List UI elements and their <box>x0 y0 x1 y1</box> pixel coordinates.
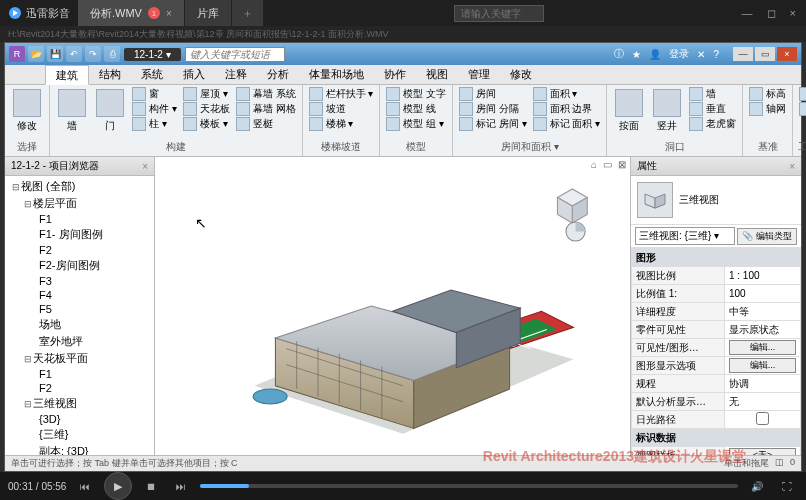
add-tab-button[interactable]: ＋ <box>232 0 264 26</box>
ribbon-item[interactable]: 天花板 <box>181 102 232 116</box>
tree-root[interactable]: 视图 (全部) <box>21 180 75 192</box>
ribbon-item[interactable]: 构件 ▾ <box>130 102 179 116</box>
wall-button[interactable]: 墙 <box>54 87 90 135</box>
fullscreen-icon[interactable]: ⛶ <box>776 475 798 497</box>
progress-bar[interactable] <box>200 484 738 488</box>
prop-value[interactable]: 中等 <box>729 306 749 317</box>
tree-node[interactable]: F4 <box>7 288 152 302</box>
tree-node[interactable]: {3D} <box>7 412 152 426</box>
tree-node[interactable]: F3 <box>7 274 152 288</box>
tree-node[interactable]: F2 <box>7 243 152 257</box>
stop-button[interactable]: ⏹ <box>140 475 162 497</box>
viewport-home-icon[interactable]: ⌂ <box>591 159 597 170</box>
volume-icon[interactable]: 🔊 <box>746 475 768 497</box>
prop-edit-button[interactable]: <无> <box>729 448 796 455</box>
close-icon[interactable]: × <box>166 8 172 19</box>
tree-node[interactable]: F1- 房间图例 <box>7 226 152 243</box>
play-pause-button[interactable]: ▶ <box>104 472 132 500</box>
minimize-icon[interactable]: — <box>742 7 753 20</box>
status-item[interactable]: 单击和拖尾 <box>724 457 769 470</box>
tree-toggle-icon[interactable]: ⊟ <box>23 199 33 209</box>
document-combo[interactable]: 12-1-2 ▾ <box>124 48 181 61</box>
exchange-icon[interactable]: ✕ <box>697 49 705 60</box>
player-tab[interactable]: 份析.WMV 1 × <box>78 0 185 26</box>
ribbon-tab[interactable]: 修改 <box>500 65 542 84</box>
ribbon-item[interactable]: 模型 线 <box>384 102 448 116</box>
open-icon[interactable]: 📂 <box>28 46 44 62</box>
tree-node[interactable]: 室外地坪 <box>7 333 152 350</box>
redo-icon[interactable]: ↷ <box>85 46 101 62</box>
restore-icon[interactable]: ▭ <box>755 47 775 61</box>
tree-node[interactable]: ⊟天花板平面 <box>7 350 152 367</box>
prop-checkbox[interactable] <box>729 412 796 425</box>
ribbon-item[interactable]: 标记 房间 ▾ <box>457 117 529 131</box>
tree-toggle-icon[interactable]: ⊟ <box>23 354 33 364</box>
help-icon[interactable]: ? <box>713 49 719 60</box>
viewport-3d[interactable]: ⌂ ▭ ⊠ <box>155 157 631 455</box>
ribbon-item[interactable]: 显示 <box>797 102 806 116</box>
ribbon-item[interactable]: 标高 <box>747 87 788 101</box>
player-search[interactable] <box>454 5 544 22</box>
player-tab[interactable]: 片库 <box>185 0 232 26</box>
ribbon-item[interactable]: 楼梯 ▾ <box>307 117 376 131</box>
byface-button[interactable]: 按面 <box>611 87 647 135</box>
ribbon-tab[interactable]: 协作 <box>374 65 416 84</box>
ribbon-item[interactable]: 老虎窗 <box>687 117 738 131</box>
ribbon-item[interactable]: 设置 <box>797 87 806 101</box>
ribbon-tab[interactable]: 视图 <box>416 65 458 84</box>
prop-edit-button[interactable]: 编辑... <box>729 340 796 355</box>
ribbon-item[interactable]: 轴网 <box>747 102 788 116</box>
prop-value[interactable]: 无 <box>729 396 739 407</box>
close-panel-icon[interactable]: × <box>789 161 795 172</box>
ribbon-item[interactable]: 楼板 ▾ <box>181 117 232 131</box>
door-button[interactable]: 门 <box>92 87 128 135</box>
ribbon-item[interactable]: 坡道 <box>307 102 376 116</box>
ribbon-item[interactable]: 房间 分隔 <box>457 102 529 116</box>
ribbon-tab[interactable]: 建筑 <box>45 65 89 85</box>
tree-node[interactable]: F1 <box>7 212 152 226</box>
viewport-max-icon[interactable]: ▭ <box>603 159 612 170</box>
maximize-icon[interactable]: ◻ <box>767 7 776 20</box>
edit-type-button[interactable]: 📎 编辑类型 <box>737 228 797 245</box>
prop-value[interactable]: 100 <box>729 288 746 299</box>
print-icon[interactable]: ⎙ <box>104 46 120 62</box>
ribbon-item[interactable]: 墙 <box>687 87 738 101</box>
ribbon-item[interactable]: 模型 组 ▾ <box>384 117 448 131</box>
ribbon-item[interactable]: 竖梃 <box>234 117 298 131</box>
tree-node[interactable]: F5 <box>7 302 152 316</box>
ribbon-item[interactable]: 垂直 <box>687 102 738 116</box>
tree-toggle-icon[interactable]: ⊟ <box>11 182 21 192</box>
save-icon[interactable]: 💾 <box>47 46 63 62</box>
prop-value[interactable]: 显示原状态 <box>729 324 779 335</box>
ribbon-item[interactable]: 柱 ▾ <box>130 117 179 131</box>
tree-node[interactable]: ⊟三维视图 <box>7 395 152 412</box>
ribbon-tab[interactable]: 管理 <box>458 65 500 84</box>
star-icon[interactable]: ★ <box>632 49 641 60</box>
close-icon[interactable]: × <box>777 47 797 61</box>
ribbon-item[interactable]: 标记 面积 ▾ <box>531 117 603 131</box>
ribbon-tab[interactable]: 插入 <box>173 65 215 84</box>
nav-wheel-icon[interactable] <box>566 222 585 241</box>
viewport-close-icon[interactable]: ⊠ <box>618 159 626 170</box>
ribbon-tab[interactable]: 结构 <box>89 65 131 84</box>
prop-edit-button[interactable]: 编辑... <box>729 358 796 373</box>
ribbon-item[interactable]: 面积 ▾ <box>531 87 603 101</box>
status-item[interactable]: 0 <box>790 457 795 470</box>
ribbon-item[interactable]: 屋顶 ▾ <box>181 87 232 101</box>
tree-node[interactable]: F2-房间图例 <box>7 257 152 274</box>
info-icon[interactable]: ⓘ <box>614 47 624 61</box>
prop-value[interactable]: 协调 <box>729 378 749 389</box>
app-menu-icon[interactable]: R <box>9 46 25 62</box>
user-icon[interactable]: 👤 <box>649 49 661 60</box>
close-icon[interactable]: × <box>790 7 796 20</box>
prev-button[interactable]: ⏮ <box>74 475 96 497</box>
minimize-icon[interactable]: — <box>733 47 753 61</box>
prop-value[interactable]: 1 : 100 <box>729 270 760 281</box>
ribbon-tab[interactable]: 体量和场地 <box>299 65 374 84</box>
status-item[interactable]: ◫ <box>775 457 784 470</box>
tree-toggle-icon[interactable]: ⊟ <box>23 399 33 409</box>
ribbon-item[interactable]: 房间 <box>457 87 529 101</box>
ribbon-item[interactable]: 幕墙 系统 <box>234 87 298 101</box>
ribbon-tab[interactable]: 系统 <box>131 65 173 84</box>
tree-node[interactable]: {三维} <box>7 426 152 443</box>
